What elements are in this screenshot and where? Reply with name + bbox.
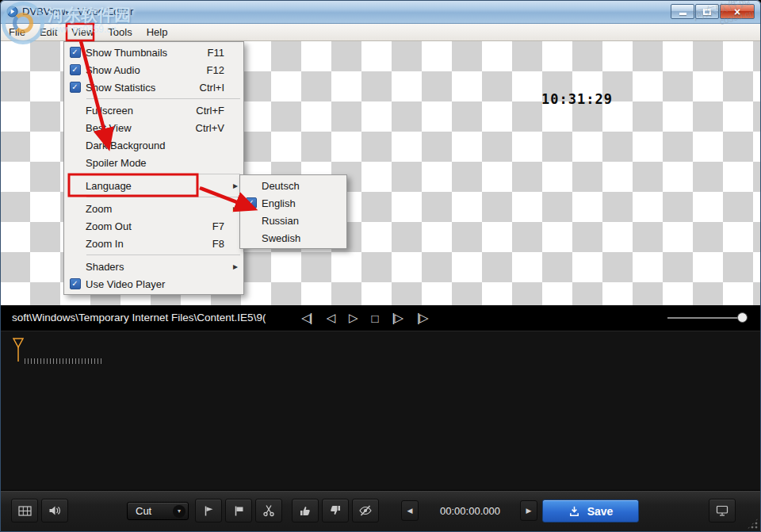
hide-preview-button[interactable] <box>352 499 379 522</box>
check-icon: ✓ <box>70 278 81 289</box>
prev-cut-button[interactable]: ◀ <box>401 500 419 521</box>
cut-mode-dropdown[interactable]: Cut ▾ <box>127 502 189 520</box>
menu-separator <box>86 197 240 197</box>
timeline[interactable] <box>0 331 761 490</box>
menu-item-dark-background[interactable]: Dark Background <box>64 136 243 154</box>
menu-item-label: Swedish <box>262 232 327 244</box>
menu-item-fullscreen[interactable]: Fullscreen Ctrl+F <box>64 101 243 119</box>
play-button[interactable]: ▷ <box>349 311 358 325</box>
chevron-left-icon: ◀ <box>407 507 413 515</box>
flag-icon <box>233 505 245 517</box>
submenu-arrow-icon: ▸ <box>233 203 238 214</box>
save-label: Save <box>587 505 614 518</box>
scissors-icon <box>262 504 275 517</box>
menu-item-spoiler-mode[interactable]: Spoiler Mode <box>64 154 243 171</box>
menu-item-deutsch[interactable]: Deutsch <box>240 177 346 194</box>
menu-separator <box>86 255 240 255</box>
step-back-button[interactable]: ◁ <box>326 311 335 325</box>
menu-item-zoom[interactable]: Zoom ▸ <box>64 200 243 217</box>
position-time-display: 00:00:00.000 <box>423 499 518 522</box>
eye-off-icon <box>359 504 372 517</box>
seek-slider-knob[interactable] <box>737 312 748 323</box>
menu-separator <box>86 98 240 99</box>
thumbnail-grid-button[interactable] <box>11 499 38 522</box>
transport-controls: ◁| ◁ ▷ □ |▷ |▷ <box>301 305 427 331</box>
menu-item-shortcut: F8 <box>212 238 224 250</box>
menu-item-best-view[interactable]: Best View Ctrl+V <box>64 119 243 136</box>
menu-item-zoom-in[interactable]: Zoom In F8 <box>64 235 243 252</box>
step-forward-button[interactable]: |▷ <box>392 311 403 325</box>
menu-item-label: Zoom In <box>86 238 203 250</box>
file-path: soft\Windows\Temporary Internet Files\Co… <box>12 312 266 323</box>
menu-item-show-statistics[interactable]: ✓ Show Statistics Ctrl+I <box>64 78 243 96</box>
set-cut-out-button[interactable] <box>225 499 252 522</box>
thumbs-up-icon <box>299 504 312 517</box>
bottom-toolbar: Cut ▾ <box>0 490 761 532</box>
menu-item-label: Spoiler Mode <box>86 157 224 169</box>
jump-start-button[interactable]: ◁| <box>301 311 312 325</box>
menu-item-shortcut: Ctrl+I <box>200 82 224 94</box>
menu-item-show-thumbnails[interactable]: ✓ Show Thumbnails F11 <box>64 44 243 61</box>
audio-button[interactable] <box>41 499 68 522</box>
language-submenu-popup: Deutsch ✓ English Russian Swedish <box>239 174 347 249</box>
menu-item-label: Zoom Out <box>86 220 203 232</box>
menu-item-label: Language <box>86 180 224 192</box>
check-icon: ✓ <box>70 47 81 58</box>
preview-window-button[interactable] <box>709 499 736 522</box>
save-button[interactable]: Save <box>542 499 639 522</box>
next-cut-button[interactable]: ▶ <box>520 500 537 521</box>
menu-item-label: Best View <box>86 122 186 134</box>
menu-item-shaders[interactable]: Shaders ▸ <box>64 258 243 275</box>
watermark-swirl-icon <box>13 13 33 33</box>
set-cut-in-button[interactable] <box>195 499 222 522</box>
menu-item-label: Use Video Player <box>86 278 224 290</box>
position-time-value: 00:00:00.000 <box>440 505 500 517</box>
menu-item-label: Show Audio <box>86 64 197 76</box>
menu-item-label: Show Thumbnails <box>86 47 198 59</box>
check-icon: ✓ <box>70 82 81 93</box>
transport-bar: soft\Windows\Temporary Internet Files\Co… <box>0 305 761 331</box>
thumbs-down-icon <box>329 504 342 517</box>
menu-item-label: Fullscreen <box>86 105 186 117</box>
discard-segment-button[interactable] <box>322 499 349 522</box>
check-icon: ✓ <box>246 197 257 209</box>
cut-mode-label: Cut <box>128 505 173 517</box>
playhead-marker[interactable] <box>13 338 24 365</box>
resize-grip[interactable] <box>747 518 759 530</box>
menu-item-use-video-player[interactable]: ✓ Use Video Player <box>64 275 243 293</box>
menu-item-label: Deutsch <box>262 180 327 192</box>
cut-button[interactable] <box>255 499 282 522</box>
monitor-icon <box>716 505 728 517</box>
dropdown-arrow-icon: ▾ <box>173 505 185 518</box>
stop-button[interactable]: □ <box>372 312 378 325</box>
menu-item-russian[interactable]: Russian <box>240 212 346 229</box>
chevron-right-icon: ▶ <box>526 507 532 515</box>
menu-item-swedish[interactable]: Swedish <box>240 229 346 247</box>
menu-separator <box>86 174 240 174</box>
menu-item-zoom-out[interactable]: Zoom Out F7 <box>64 217 243 235</box>
grid-icon <box>18 505 32 517</box>
speaker-icon <box>48 505 61 516</box>
view-menu-popup: ✓ Show Thumbnails F11 ✓ Show Audio F12 ✓… <box>63 41 244 295</box>
menu-item-label: Dark Background <box>86 140 224 151</box>
save-icon <box>568 505 580 517</box>
seek-slider-track[interactable] <box>667 317 741 319</box>
menu-item-shortcut: F12 <box>207 64 224 76</box>
menu-item-label: Zoom <box>86 203 224 215</box>
keep-segment-button[interactable] <box>292 499 319 522</box>
menu-item-label: Show Statistics <box>86 82 190 94</box>
menu-help[interactable]: Help <box>140 24 175 40</box>
menu-item-english[interactable]: ✓ English <box>240 194 346 212</box>
menu-item-label: English <box>262 197 327 209</box>
menu-item-shortcut: Ctrl+F <box>196 105 224 117</box>
submenu-arrow-icon: ▸ <box>233 261 238 272</box>
timeline-ruler <box>25 358 104 364</box>
menu-item-language[interactable]: Language ▸ <box>64 177 243 194</box>
cut-in-marker-icon <box>203 505 215 517</box>
watermark-site-url: www.pc0359.cn <box>50 24 117 35</box>
menu-item-shortcut: F7 <box>212 220 224 232</box>
menu-item-shortcut: Ctrl+V <box>196 122 224 134</box>
menu-item-show-audio[interactable]: ✓ Show Audio F12 <box>64 61 243 78</box>
check-icon: ✓ <box>70 64 81 75</box>
jump-end-button[interactable]: |▷ <box>417 311 427 325</box>
